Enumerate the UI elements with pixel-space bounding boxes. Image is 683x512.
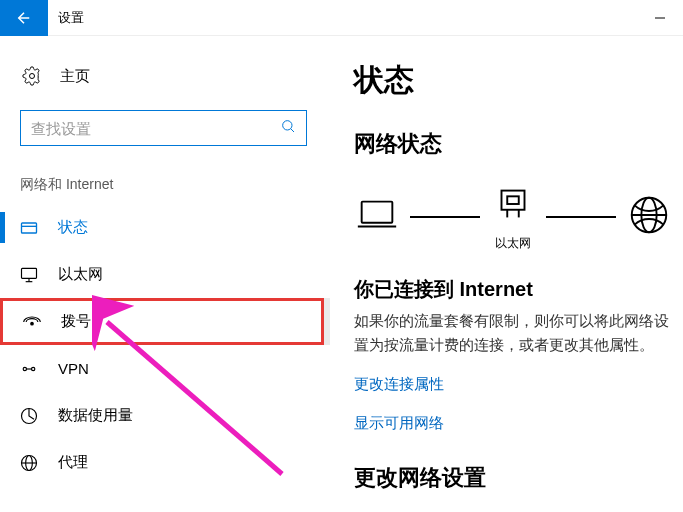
arrow-left-icon bbox=[15, 9, 33, 27]
vpn-icon bbox=[18, 359, 40, 379]
search-input[interactable] bbox=[31, 120, 280, 137]
connected-title: 你已连接到 Internet bbox=[354, 276, 683, 303]
sidebar-item-vpn[interactable]: VPN bbox=[0, 345, 330, 392]
svg-point-9 bbox=[31, 322, 34, 325]
sidebar-item-label: 数据使用量 bbox=[58, 406, 133, 425]
ethernet-icon bbox=[18, 265, 40, 285]
link-show-available-networks[interactable]: 显示可用网络 bbox=[354, 414, 444, 433]
svg-point-1 bbox=[30, 74, 35, 79]
svg-rect-19 bbox=[502, 191, 525, 210]
sidebar-item-dialup[interactable]: 拨号 bbox=[0, 298, 324, 345]
sidebar-home-label: 主页 bbox=[60, 67, 90, 86]
svg-point-10 bbox=[23, 367, 26, 370]
connected-body-text: 如果你的流量套餐有限制，则你可以将此网络设置为按流量计费的连接，或者更改其他属性… bbox=[354, 309, 683, 357]
sidebar-section-label: 网络和 Internet bbox=[0, 152, 330, 204]
svg-line-3 bbox=[291, 129, 294, 132]
svg-rect-17 bbox=[362, 201, 393, 222]
title-bar: 设置 bbox=[0, 0, 683, 36]
page-title: 状态 bbox=[354, 60, 683, 101]
gear-icon bbox=[22, 66, 42, 86]
sidebar-item-label: 拨号 bbox=[61, 312, 91, 331]
network-status-title: 网络状态 bbox=[354, 129, 683, 159]
svg-rect-6 bbox=[22, 268, 37, 278]
change-network-settings-title: 更改网络设置 bbox=[354, 463, 683, 493]
network-diagram: 以太网 bbox=[354, 181, 683, 252]
sidebar-item-ethernet[interactable]: 以太网 bbox=[0, 251, 330, 298]
sidebar-item-label: 代理 bbox=[58, 453, 88, 472]
status-icon bbox=[18, 218, 40, 238]
sidebar-item-home[interactable]: 主页 bbox=[0, 54, 330, 98]
sidebar-item-label: 状态 bbox=[58, 218, 88, 237]
svg-point-11 bbox=[32, 367, 35, 370]
diagram-ethernet-label: 以太网 bbox=[495, 235, 531, 252]
sidebar-item-status[interactable]: 状态 bbox=[0, 204, 330, 251]
dialup-icon bbox=[21, 312, 43, 332]
search-icon bbox=[280, 118, 296, 138]
sidebar-item-proxy[interactable]: 代理 bbox=[0, 439, 330, 486]
main-content: 状态 网络状态 以太网 你已连接到 Internet bbox=[330, 36, 683, 512]
data-usage-icon bbox=[18, 406, 40, 426]
sidebar-item-data-usage[interactable]: 数据使用量 bbox=[0, 392, 330, 439]
minimize-button[interactable] bbox=[637, 0, 683, 36]
window-controls bbox=[637, 0, 683, 36]
sidebar-item-label: VPN bbox=[58, 360, 89, 377]
svg-rect-4 bbox=[22, 223, 37, 233]
router-icon bbox=[490, 181, 536, 231]
svg-rect-22 bbox=[507, 196, 519, 204]
link-change-connection-properties[interactable]: 更改连接属性 bbox=[354, 375, 444, 394]
globe-icon bbox=[626, 192, 672, 242]
proxy-icon bbox=[18, 453, 40, 473]
back-button[interactable] bbox=[0, 0, 48, 36]
svg-point-2 bbox=[283, 121, 292, 130]
sidebar-item-label: 以太网 bbox=[58, 265, 103, 284]
laptop-icon bbox=[354, 192, 400, 242]
sidebar: 主页 网络和 Internet 状态 以太网 bbox=[0, 36, 330, 512]
app-title: 设置 bbox=[48, 9, 84, 27]
search-box[interactable] bbox=[20, 110, 307, 146]
